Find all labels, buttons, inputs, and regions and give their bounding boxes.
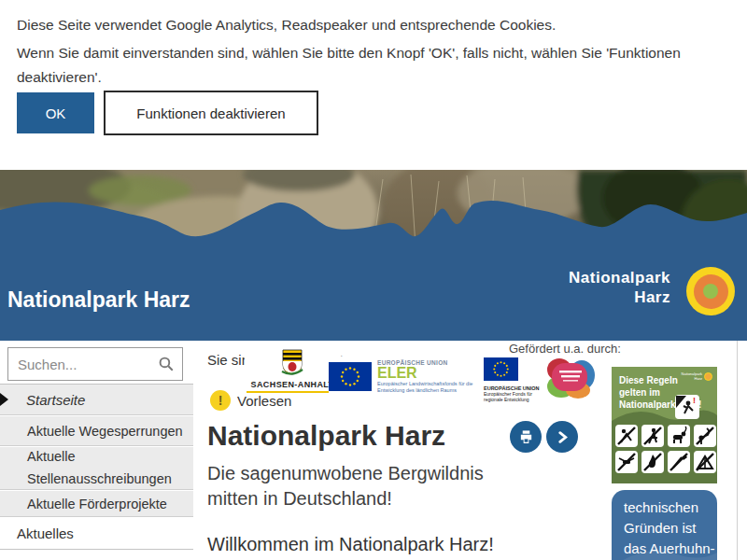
teaser-text: technischen Gründen ist das Auerhuhn-Sch… [624, 497, 717, 560]
efre-logo: EUROPÄISCHE UNION Europäischer Fonds für… [484, 357, 549, 399]
scrollbar-track[interactable] [737, 341, 738, 560]
sidebar-divider [0, 549, 193, 550]
eler-subtitle: Europäischer Landwirtschaftsfonds für di… [377, 381, 489, 394]
active-item-arrow-icon [0, 393, 8, 406]
site-title: Nationalpark Harz [7, 287, 190, 313]
no-fire-icon [641, 451, 664, 473]
no-plant-picking-icon [615, 425, 638, 447]
sidebar-item-aktuelle-stellenausschreibungen[interactable]: Aktuelle Stellenausschreibungen [0, 447, 193, 490]
search-box [7, 347, 183, 381]
no-flower-picking-icon [694, 425, 716, 447]
sidebar-item-aktuelles[interactable]: Aktuelles [0, 518, 193, 548]
header-hero-image [0, 170, 747, 341]
page-title: Nationalpark Harz [207, 420, 445, 452]
no-digging-icon [668, 451, 690, 473]
no-off-trail-walking-icon [641, 425, 664, 447]
cookie-text-line3: deaktivieren'. [17, 65, 102, 90]
dog-on-leash-icon [668, 425, 690, 447]
poster-logo-dot-icon [704, 372, 712, 381]
cookie-text-line1: Diese Seite verwendet Google Analytics, … [17, 13, 556, 37]
svg-text:!: ! [693, 396, 696, 405]
no-camping-icon [694, 451, 716, 473]
cookie-decline-button[interactable]: Funktionen deaktivieren [104, 91, 318, 135]
sidebar-item-aktuelle-foerderprojekte[interactable]: Aktuelle Förderprojekte [0, 491, 193, 517]
search-input[interactable] [7, 347, 183, 381]
sachsen-anhalt-logo: SACHSEN-ANHALT [245, 348, 340, 392]
readspeaker-label[interactable]: Vorlesen [237, 393, 291, 409]
eu-flag-icon [329, 362, 372, 391]
niedersachsen-logo-icon [544, 357, 597, 399]
header-logo-text: Nationalpark Harz [569, 268, 670, 308]
climbing-warning-icon: ! [675, 395, 699, 419]
sidebar-item-aktuelle-wegesperrungen[interactable]: Aktuelle Wegesperrungen [0, 416, 193, 446]
nationalpark-harz-logo-icon[interactable] [686, 267, 735, 315]
cookie-text-line2: Wenn Sie damit einverstanden sind, wähle… [17, 41, 681, 65]
funding-caption: Gefördert u.a. durch: [509, 342, 621, 356]
sidebar-item-startseite[interactable]: Startseite [0, 385, 193, 415]
eler-logo: EUROPÄISCHE UNION ELER Europäischer Land… [329, 357, 497, 399]
print-button[interactable] [510, 421, 542, 453]
cookie-ok-button[interactable]: OK [17, 92, 94, 133]
page-subtitle: Die sagenumwobene Bergwildnis mitten in … [207, 461, 506, 511]
sachsen-anhalt-crest-icon [280, 349, 304, 375]
efre-subtitle: Europäischer Fonds für regionale Entwick… [484, 391, 543, 403]
readspeaker-icon[interactable]: ! [210, 390, 231, 411]
page: Diese Seite verwendet Google Analytics, … [0, 0, 747, 560]
next-arrow-button[interactable] [546, 421, 578, 453]
search-icon[interactable] [158, 356, 175, 372]
news-teaser-box[interactable]: technischen Gründen ist das Auerhuhn-Sch… [612, 490, 717, 560]
no-drones-icon [615, 451, 638, 473]
printer-icon [518, 429, 534, 445]
chevron-right-icon [557, 431, 569, 443]
rules-poster[interactable]: Diese Regeln gelten im Nationalpark Harz… [612, 367, 717, 483]
welcome-text: Willkommen im Nationalpark Harz! [207, 534, 494, 555]
poster-mini-logo: Nationalpark Harz [682, 371, 712, 381]
sachsen-anhalt-caption: SACHSEN-ANHALT [245, 380, 340, 389]
eler-title: ELER [377, 366, 489, 381]
eu-flag-icon [484, 357, 518, 381]
